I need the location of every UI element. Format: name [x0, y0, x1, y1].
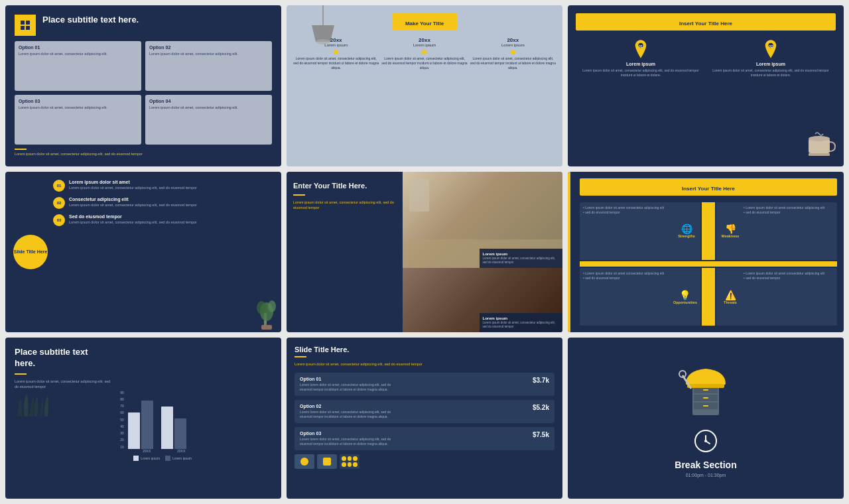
- svg-rect-2: [21, 26, 25, 30]
- item-num-2: 02: [53, 197, 65, 209]
- swot-vdivider2: [702, 268, 715, 326]
- slide8-option-2: Option 02 Lorem lorem dolor sit amet, co…: [294, 400, 555, 423]
- slide4-item-2: 02 Consectetur adipiscing elit Lorem ips…: [53, 197, 273, 209]
- pin-1: 01 Lorem ipsum Lorem ipsum dolor sit ame…: [582, 40, 699, 78]
- slide4-item-3: 03 Sed do eiusmod tempor Lorem ipsum dol…: [53, 214, 273, 226]
- slide8-title: Slide Title Here.: [294, 346, 555, 353]
- threats-text: • Lorem ipsum dolor sit amet consectetur…: [744, 271, 834, 322]
- slide2-col2: 20xx Lorem ipsum Lorem ipsum dolor sit a…: [381, 37, 467, 70]
- item-num-1: 01: [53, 180, 65, 192]
- option-4-title: Option 04: [149, 99, 268, 103]
- slide5-yellow-line: [293, 194, 305, 196]
- slide-3: Insert Your Title Here 01 Lorem ipsum Lo…: [568, 5, 844, 166]
- slide2-columns: 20xx Lorem ipsum Lorem ipsum dolor sit a…: [293, 37, 556, 70]
- pin-2: 02 Lorem ipsum Lorem ipsum dolor sit ame…: [712, 40, 829, 78]
- slide1-header: Place subtitle text here.: [15, 15, 272, 36]
- slide8-yellow-line: [294, 356, 306, 357]
- clock-icon: [694, 429, 718, 453]
- svg-rect-12: [809, 153, 830, 156]
- bar-1-light: [128, 412, 140, 449]
- legend-item-1: Lorem ipsum: [133, 456, 160, 461]
- y-axis: 10 20 30 40 50 60 70 80 90: [120, 391, 124, 449]
- option-3: Option 03 Lorem ipsum dolor sit amet, co…: [15, 95, 141, 145]
- slide8-options: Option 01 Lorem lorem dolor sit amet, co…: [294, 373, 555, 450]
- swot-grid: • Lorem ipsum dolor sit amet consectetur…: [580, 202, 837, 326]
- dot2: [422, 50, 426, 54]
- hard-hat-illustration: [673, 359, 739, 421]
- swot-vdivider1: [702, 202, 715, 260]
- slide6-accent: [568, 172, 570, 333]
- slide7-title: Place subtitle text here.: [15, 347, 111, 369]
- legend-box-light: [133, 456, 139, 461]
- slide8-mini-images: [294, 454, 555, 469]
- slide-8: Slide Title Here. Lorem ipsum dolor sit …: [287, 338, 562, 499]
- slide5-left: Enter Your Title Here. Lorem ipsum dolor…: [287, 172, 403, 333]
- slide-9: Break Section 01:00pm - 01:30pm: [568, 338, 844, 499]
- pin-icon-2: 02: [763, 40, 778, 58]
- option-3-desc: Lorem ipsum dolor sit amet, consectetur …: [19, 105, 137, 111]
- item-text-1: Lorem ipsum dolor sit amet Lorem ipsum d…: [69, 180, 197, 192]
- option-2: Option 02 Lorem ipsum dolor sit amet, co…: [145, 41, 272, 91]
- slide3-title-bar: Insert Your Title Here: [576, 13, 836, 31]
- slide7-yellow-line: [15, 373, 27, 375]
- opportunities-text: • Lorem ipsum dolor sit amet consectetur…: [583, 271, 671, 322]
- slide4-circle-inner: Slide Title Here: [13, 235, 48, 269]
- swot-strengths-cell: • Lorem ipsum dolor sit amet consectetur…: [580, 202, 700, 260]
- option-1-desc: Lorem ipsum dolor sit amet, consectetur …: [19, 52, 137, 57]
- break-time: 01:00pm - 01:30pm: [686, 473, 726, 477]
- overlay2: Lorem ipsum Lorem ipsum dolor sit amet, …: [480, 313, 562, 333]
- slide1-bottom: Lorem ipsum dolor sit amet, consectetur …: [15, 149, 272, 157]
- swot-opportunities-cell: • Lorem ipsum dolor sit amet consectetur…: [580, 268, 700, 326]
- chart-legend: Lorem ipsum Lorem ipsum: [133, 456, 272, 461]
- opportunities-label: 💡 Opportunities: [673, 271, 697, 322]
- bar-2-dark: [174, 418, 186, 449]
- bar-group-1: [128, 401, 153, 449]
- item-text-2: Consectetur adipiscing elit Lorem ipsum …: [69, 197, 197, 209]
- yellow-line-deco: [15, 149, 27, 150]
- slide2-col3: 20xx Lorem ipsum Lorem ipsum dolor sit a…: [470, 37, 556, 70]
- pin-icon-1: 01: [633, 40, 648, 58]
- bar-1-dark: [141, 401, 153, 449]
- legend-box-dark: [165, 456, 170, 461]
- break-section-title: Break Section: [675, 460, 736, 470]
- svg-point-16: [257, 301, 266, 314]
- svg-point-17: [268, 300, 276, 312]
- weakness-text: • Lorem ipsum dolor sit amet consectetur…: [744, 206, 834, 257]
- swot-threats-cell: ⚠️ Threats • Lorem ipsum dolor sit amet …: [716, 268, 837, 326]
- bar-chart: 10 20 30 40 50 60 70 80 90: [117, 376, 272, 449]
- legend-label-2: Lorem ipsum: [172, 456, 192, 460]
- threats-label: ⚠️ Threats: [720, 271, 741, 322]
- slide-2: Make Your Title 20xx Lorem ipsum Lorem i…: [287, 5, 562, 166]
- slide2-title-bar: Make Your Title: [392, 13, 457, 31]
- slide6-title: Insert Your Title Here: [682, 186, 735, 192]
- option-4-desc: Lorem ipsum dolor sit amet, consectetur …: [149, 105, 268, 111]
- slide4-circle: Slide Title Here: [13, 180, 48, 325]
- option-1: Option 01 Lorem ipsum dolor sit amet, co…: [15, 41, 141, 91]
- slide5-desc: Lorem ipsum dolor sit amet, consectetur …: [293, 200, 396, 211]
- slide-1: Place subtitle text here. Option 01 Lore…: [5, 5, 281, 166]
- slide8-option-3: Option 03 Lorem lorem dolor sit amet, co…: [294, 427, 555, 450]
- mini-img-1: [294, 454, 314, 469]
- svg-text:02: 02: [769, 44, 773, 48]
- x-label-1: 20XX: [135, 449, 159, 453]
- weakness-label: 👎 Weakness: [720, 206, 741, 257]
- option-2-title: Option 02: [149, 45, 268, 50]
- svg-rect-25: [703, 405, 708, 407]
- slide-5: Enter Your Title Here. Lorem ipsum dolor…: [287, 172, 562, 333]
- svg-rect-0: [21, 21, 25, 25]
- dot3: [511, 50, 515, 54]
- legend-label-1: Lorem ipsum: [141, 456, 160, 460]
- svg-point-32: [704, 440, 707, 442]
- svg-rect-1: [26, 21, 30, 25]
- svg-point-13: [809, 136, 830, 141]
- svg-rect-18: [261, 325, 272, 330]
- slide5-title: Enter Your Title Here.: [293, 181, 396, 190]
- slides-grid: Place subtitle text here. Option 01 Lore…: [0, 0, 849, 504]
- bar-group-2: [161, 407, 186, 449]
- strengths-text: • Lorem ipsum dolor sit amet consectetur…: [583, 206, 673, 257]
- s8-opt-content-3: Option 03 Lorem lorem dolor sit amet, co…: [300, 431, 393, 446]
- option-4: Option 04 Lorem ipsum dolor sit amet, co…: [145, 95, 272, 145]
- s8-opt-content-2: Option 02 Lorem lorem dolor sit amet, co…: [300, 404, 393, 419]
- option-3-title: Option 03: [19, 99, 137, 103]
- interior-image-bottom: Lorem ipsum Lorem ipsum dolor sit amet, …: [403, 268, 562, 332]
